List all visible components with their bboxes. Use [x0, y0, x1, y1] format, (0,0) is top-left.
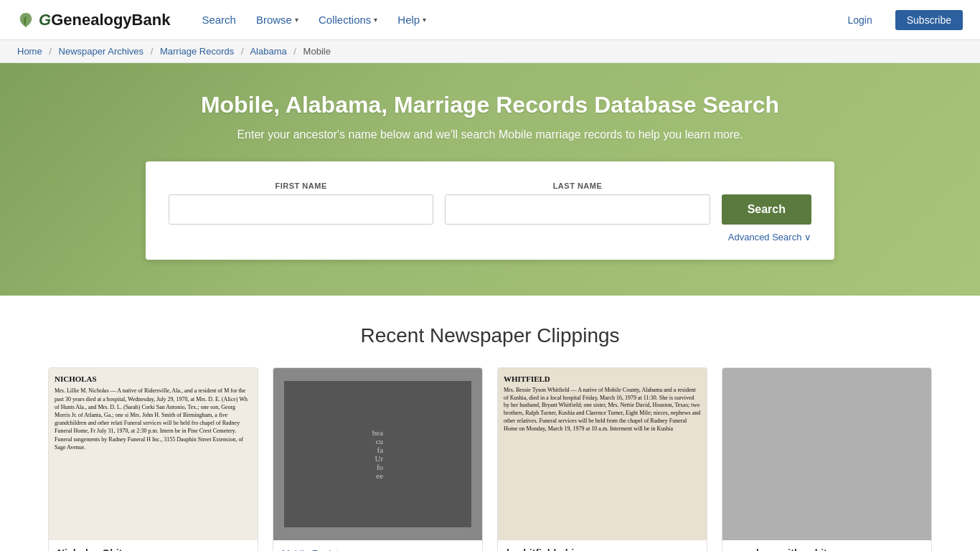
hero-subtitle: Enter your ancestor's name below and we'… [17, 128, 963, 141]
hero-section: Mobile, Alabama, Marriage Records Databa… [0, 63, 980, 296]
clipping-title-whitfield: b whitfield obi [507, 547, 698, 551]
clippings-grid: NICHOLAS Mrs. Lillie M. Nicholas — A nat… [48, 367, 932, 551]
search-button[interactable]: Search [722, 194, 811, 225]
logo-leaf-icon [17, 11, 34, 29]
last-name-label: LAST NAME [445, 182, 710, 190]
nav-help[interactable]: Help ▾ [389, 8, 435, 32]
login-button[interactable]: Login [836, 10, 883, 30]
clipping-text-nicholas: NICHOLAS Mrs. Lillie M. Nicholas — A nat… [49, 368, 258, 540]
breadcrumb-current: Mobile [303, 46, 331, 57]
clipping-title-nicholas: Nicholas Obituary [57, 547, 249, 551]
clipping-source-mobile-dark[interactable]: Mobile Register [282, 548, 347, 551]
clipping-text-whitfield: WHITFIELD Mrs. Bessie Tyson Whitfield — … [498, 368, 707, 540]
nav-browse[interactable]: Browse ▾ [248, 8, 307, 32]
collections-chevron-icon: ▾ [374, 16, 377, 24]
breadcrumb-sep-3: / [241, 46, 244, 57]
nav-search[interactable]: Search [193, 8, 245, 32]
subscribe-button[interactable]: Subscribe [895, 10, 963, 30]
hero-title: Mobile, Alabama, Marriage Records Databa… [17, 92, 963, 118]
first-name-label: FIRST NAME [169, 182, 433, 190]
clipping-title-grandpa: grandpa smiths obit [731, 547, 923, 551]
nav-links: Search Browse ▾ Collections ▾ Help ▾ [193, 8, 836, 32]
clipping-img-mobile-dark: beacufaUrfoee [273, 368, 482, 540]
clipping-info-grandpa: grandpa smiths obit nannys dads obit Mob… [722, 540, 931, 551]
breadcrumb-newspaper-archives[interactable]: Newspaper Archives [59, 46, 144, 57]
clipping-card-whitfield[interactable]: WHITFIELD Mrs. Bessie Tyson Whitfield — … [497, 367, 707, 551]
clippings-title: Recent Newspaper Clippings [48, 324, 932, 347]
clipping-info-whitfield: b whitfield obi Mobile Register Mobile, … [498, 540, 707, 551]
search-form: FIRST NAME LAST NAME Search Advanced Sea… [146, 161, 834, 260]
breadcrumb: Home / Newspaper Archives / Marriage Rec… [0, 40, 980, 63]
clipping-info-nicholas: Nicholas Obituary Lillie M Nicholas Mobi… [49, 540, 258, 551]
breadcrumb-sep-2: / [151, 46, 154, 57]
first-name-field-group: FIRST NAME [169, 182, 433, 225]
browse-chevron-icon: ▾ [295, 16, 298, 24]
last-name-input[interactable] [445, 194, 710, 225]
clippings-section: Recent Newspaper Clippings NICHOLAS Mrs.… [31, 296, 949, 551]
breadcrumb-marriage-records[interactable]: Marriage Records [160, 46, 234, 57]
clipping-dark-text: beacufaUrfoee [284, 381, 472, 527]
breadcrumb-home[interactable]: Home [17, 46, 42, 57]
nav-collections[interactable]: Collections ▾ [310, 8, 386, 32]
logo[interactable]: GGenealogyBank [17, 11, 170, 29]
clipping-info-mobile-dark: Mobile Register Mobile, Alabama [273, 540, 482, 551]
last-name-field-group: LAST NAME [445, 182, 710, 225]
first-name-input[interactable] [169, 194, 433, 225]
advanced-search-link[interactable]: Advanced Search ∨ [728, 232, 811, 242]
help-chevron-icon: ▾ [423, 16, 426, 24]
clipping-img-grandpa [722, 368, 931, 540]
advanced-search-area: Advanced Search ∨ [169, 232, 811, 242]
clipping-card-nicholas[interactable]: NICHOLAS Mrs. Lillie M. Nicholas — A nat… [48, 367, 258, 551]
breadcrumb-sep-1: / [49, 46, 52, 57]
navbar: GGenealogyBank Search Browse ▾ Collectio… [0, 0, 980, 40]
clipping-card-grandpa[interactable]: grandpa smiths obit nannys dads obit Mob… [722, 367, 932, 551]
navbar-right: Login Subscribe [836, 10, 963, 30]
logo-text: GGenealogyBank [39, 11, 170, 29]
breadcrumb-sep-4: / [293, 46, 296, 57]
search-fields: FIRST NAME LAST NAME Search [169, 182, 811, 225]
clipping-card-mobile-dark[interactable]: beacufaUrfoee Mobile Register Mobile, Al… [273, 367, 483, 551]
breadcrumb-alabama[interactable]: Alabama [250, 46, 286, 57]
clipping-img-whitfield: WHITFIELD Mrs. Bessie Tyson Whitfield — … [498, 368, 707, 540]
clipping-img-nicholas: NICHOLAS Mrs. Lillie M. Nicholas — A nat… [49, 368, 258, 540]
